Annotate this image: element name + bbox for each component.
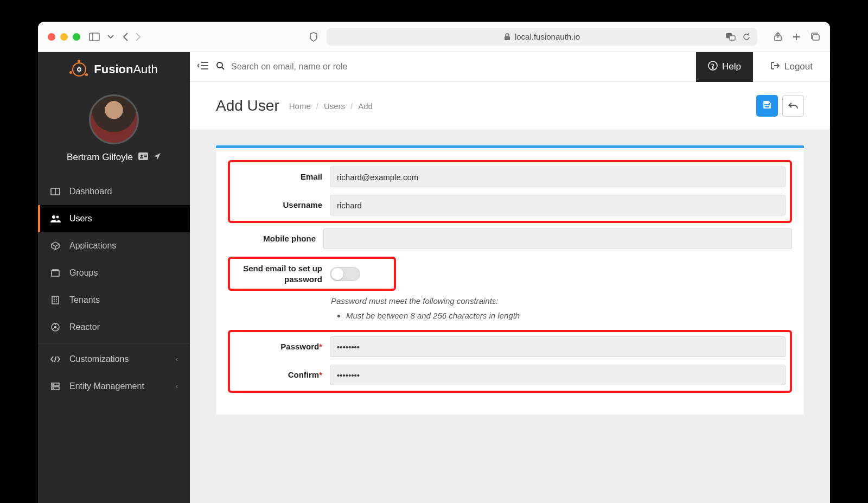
mobile-field[interactable]	[323, 228, 792, 249]
svg-point-32	[53, 384, 54, 385]
sidebar-item-applications[interactable]: Applications	[38, 232, 190, 259]
svg-rect-13	[144, 156, 147, 157]
browser-window: local.fusionauth.io	[38, 22, 830, 503]
breadcrumb: Home / Users / Add	[289, 101, 373, 111]
sidebar-item-label: Groups	[69, 268, 98, 278]
row-confirm: Confirm*	[234, 365, 786, 385]
send-email-toggle[interactable]	[330, 267, 360, 281]
window-traffic-lights	[48, 33, 80, 41]
location-arrow-icon[interactable]	[154, 152, 161, 163]
highlight-send-email: Send email to set up password	[228, 257, 396, 291]
collapse-sidebar-icon[interactable]	[197, 61, 208, 72]
content-area: Email Username Mobile phone	[190, 130, 830, 503]
svg-rect-43	[765, 105, 769, 108]
svg-line-29	[55, 356, 56, 362]
brand-logo[interactable]: FusionAuth	[38, 52, 190, 87]
logout-button[interactable]: Logout	[761, 61, 822, 73]
row-email: Email	[234, 167, 786, 187]
back-button[interactable]	[782, 95, 804, 117]
chevron-down-icon[interactable]	[107, 35, 114, 39]
browser-chrome: local.fusionauth.io	[38, 22, 830, 52]
sidebar-item-entity-management[interactable]: Entity Management ‹	[38, 373, 190, 400]
brand-mark-icon	[70, 60, 88, 79]
highlight-credentials: Email Username	[228, 160, 792, 223]
search-wrap	[216, 61, 688, 72]
svg-point-40	[712, 67, 713, 68]
profile-name: Bertram Gilfoyle	[67, 152, 133, 163]
svg-point-33	[53, 388, 54, 389]
svg-rect-8	[813, 35, 819, 40]
svg-rect-11	[140, 157, 143, 158]
sidebar-item-label: Users	[69, 214, 92, 224]
tabs-icon[interactable]	[810, 32, 820, 42]
back-icon[interactable]	[123, 32, 129, 42]
breadcrumb-users[interactable]: Users	[324, 101, 345, 111]
topbar: Help Logout	[190, 52, 830, 82]
help-label: Help	[722, 61, 741, 72]
sidebar-toggle-group	[89, 33, 114, 41]
radiation-icon	[50, 323, 61, 332]
sidebar-item-label: Tenants	[69, 295, 100, 305]
svg-point-10	[141, 155, 143, 157]
window-close-button[interactable]	[48, 33, 55, 41]
columns-icon	[50, 188, 61, 195]
cube-icon	[50, 241, 61, 250]
search-icon	[216, 61, 225, 72]
svg-point-37	[217, 62, 222, 68]
password-hint-lead: Password must meet the following constra…	[331, 296, 498, 305]
highlight-password: Password* Confirm*	[228, 330, 792, 393]
sidebar-item-users[interactable]: Users	[38, 205, 190, 232]
sidebar-icon[interactable]	[89, 33, 100, 41]
brand-name: FusionAuth	[94, 62, 157, 77]
save-button[interactable]	[756, 95, 778, 117]
browser-nav-buttons	[123, 32, 141, 42]
profile-block: Bertram Gilfoyle	[38, 87, 190, 173]
search-input[interactable]	[231, 62, 688, 72]
add-user-panel: Email Username Mobile phone	[216, 145, 804, 415]
sidebar-item-dashboard[interactable]: Dashboard	[38, 178, 190, 205]
main: Help Logout Add User Home / Users / Add	[190, 52, 830, 503]
label-confirm: Confirm*	[234, 370, 330, 380]
username-field[interactable]	[330, 195, 786, 215]
svg-rect-18	[52, 271, 59, 276]
id-card-icon[interactable]	[138, 152, 148, 163]
sidebar-item-reactor[interactable]: Reactor	[38, 314, 190, 341]
building-icon	[50, 296, 61, 304]
sign-out-icon	[770, 61, 780, 73]
confirm-field[interactable]	[330, 365, 786, 385]
window-minimize-button[interactable]	[60, 33, 68, 41]
question-circle-icon	[708, 61, 718, 73]
svg-rect-42	[765, 101, 768, 104]
new-tab-icon[interactable]	[792, 32, 801, 42]
email-field[interactable]	[330, 167, 786, 187]
translate-icon[interactable]	[726, 33, 736, 41]
svg-line-38	[222, 67, 224, 69]
help-button[interactable]: Help	[696, 52, 753, 82]
page-header: Add User Home / Users / Add	[190, 82, 830, 130]
avatar[interactable]	[89, 94, 139, 144]
refresh-icon[interactable]	[742, 33, 751, 41]
password-field[interactable]	[330, 336, 786, 357]
sidebar-item-groups[interactable]: Groups	[38, 259, 190, 286]
svg-rect-19	[53, 270, 58, 271]
sidebar-item-tenants[interactable]: Tenants	[38, 286, 190, 314]
svg-point-17	[56, 216, 59, 219]
window-zoom-button[interactable]	[73, 33, 80, 41]
label-send-email: Send email to set up password	[234, 263, 330, 284]
svg-point-16	[52, 215, 55, 219]
nav-primary: Dashboard Users Applications Groups Tena…	[38, 178, 190, 400]
shield-icon[interactable]	[309, 32, 318, 42]
svg-rect-4	[730, 36, 735, 40]
address-bar[interactable]: local.fusionauth.io	[327, 28, 757, 46]
page-title: Add User	[216, 97, 279, 114]
row-username: Username	[234, 195, 786, 215]
row-send-email: Send email to set up password	[234, 263, 390, 284]
svg-rect-0	[90, 33, 99, 41]
share-icon[interactable]	[774, 32, 782, 42]
sidebar-item-customizations[interactable]: Customizations ‹	[38, 346, 190, 373]
breadcrumb-home[interactable]: Home	[289, 101, 311, 111]
sidebar-item-label: Customizations	[69, 354, 129, 364]
server-icon	[50, 383, 61, 390]
forward-icon[interactable]	[135, 32, 141, 42]
save-icon	[763, 100, 771, 111]
